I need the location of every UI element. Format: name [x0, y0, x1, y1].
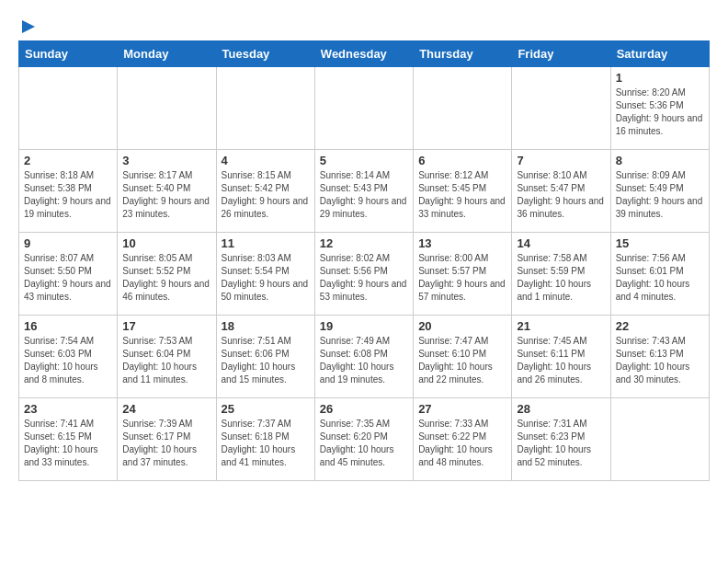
calendar-week-row: 9Sunrise: 8:07 AMSunset: 5:50 PMDaylight… — [19, 233, 710, 316]
calendar-cell: 8Sunrise: 8:09 AMSunset: 5:49 PMDaylight… — [610, 150, 709, 233]
calendar-cell: 21Sunrise: 7:45 AMSunset: 6:11 PMDayligh… — [512, 316, 610, 398]
day-number: 13 — [418, 236, 506, 250]
day-of-week-header: Thursday — [414, 41, 512, 67]
day-info: Sunrise: 8:12 AMSunset: 5:45 PMDaylight:… — [418, 169, 506, 221]
day-info: Sunrise: 7:49 AMSunset: 6:08 PMDaylight:… — [320, 335, 408, 386]
calendar-cell — [414, 67, 512, 150]
logo-text-block — [18, 18, 37, 31]
day-number: 9 — [24, 236, 112, 250]
day-info: Sunrise: 8:00 AMSunset: 5:57 PMDaylight:… — [418, 252, 506, 304]
calendar-cell — [216, 67, 314, 150]
calendar-cell: 9Sunrise: 8:07 AMSunset: 5:50 PMDaylight… — [19, 233, 118, 316]
day-number: 22 — [616, 319, 704, 333]
day-number: 18 — [222, 319, 310, 333]
day-number: 2 — [24, 154, 112, 167]
day-info: Sunrise: 7:35 AMSunset: 6:20 PMDaylight:… — [320, 418, 408, 469]
day-number: 10 — [122, 236, 210, 250]
day-info: Sunrise: 7:56 AMSunset: 6:01 PMDaylight:… — [616, 252, 704, 304]
calendar-cell: 13Sunrise: 8:00 AMSunset: 5:57 PMDayligh… — [414, 233, 512, 316]
day-info: Sunrise: 8:20 AMSunset: 5:36 PMDaylight:… — [616, 86, 704, 138]
day-info: Sunrise: 7:51 AMSunset: 6:06 PMDaylight:… — [222, 335, 310, 386]
calendar-cell: 19Sunrise: 7:49 AMSunset: 6:08 PMDayligh… — [314, 316, 413, 398]
day-info: Sunrise: 8:10 AMSunset: 5:47 PMDaylight:… — [517, 169, 605, 221]
calendar-cell: 18Sunrise: 7:51 AMSunset: 6:06 PMDayligh… — [216, 316, 314, 398]
calendar-week-row: 16Sunrise: 7:54 AMSunset: 6:03 PMDayligh… — [19, 316, 710, 398]
calendar-cell: 15Sunrise: 7:56 AMSunset: 6:01 PMDayligh… — [610, 233, 709, 316]
day-info: Sunrise: 7:39 AMSunset: 6:17 PMDaylight:… — [122, 418, 210, 469]
calendar-cell: 6Sunrise: 8:12 AMSunset: 5:45 PMDaylight… — [414, 150, 512, 233]
day-info: Sunrise: 8:15 AMSunset: 5:42 PMDaylight:… — [222, 169, 310, 221]
calendar-cell: 26Sunrise: 7:35 AMSunset: 6:20 PMDayligh… — [314, 398, 413, 481]
calendar-cell: 2Sunrise: 8:18 AMSunset: 5:38 PMDaylight… — [19, 150, 118, 233]
day-number: 6 — [418, 154, 506, 167]
calendar-week-row: 1Sunrise: 8:20 AMSunset: 5:36 PMDaylight… — [19, 67, 710, 150]
day-number: 24 — [122, 402, 210, 416]
day-number: 11 — [222, 236, 310, 250]
day-number: 21 — [517, 319, 605, 333]
day-number: 17 — [122, 319, 210, 333]
day-number: 20 — [418, 319, 506, 333]
calendar-cell: 4Sunrise: 8:15 AMSunset: 5:42 PMDaylight… — [216, 150, 314, 233]
day-number: 3 — [122, 154, 210, 167]
day-info: Sunrise: 7:37 AMSunset: 6:18 PMDaylight:… — [222, 418, 310, 469]
calendar-cell — [118, 67, 216, 150]
day-of-week-header: Friday — [512, 41, 610, 67]
calendar-table: SundayMondayTuesdayWednesdayThursdayFrid… — [18, 40, 710, 481]
calendar-cell — [610, 398, 709, 481]
day-info: Sunrise: 7:53 AMSunset: 6:04 PMDaylight:… — [122, 335, 210, 386]
day-info: Sunrise: 8:05 AMSunset: 5:52 PMDaylight:… — [122, 252, 210, 304]
day-number: 5 — [320, 154, 408, 167]
day-info: Sunrise: 8:07 AMSunset: 5:50 PMDaylight:… — [24, 252, 112, 304]
day-number: 27 — [418, 402, 506, 416]
calendar-cell: 11Sunrise: 8:03 AMSunset: 5:54 PMDayligh… — [216, 233, 314, 316]
day-info: Sunrise: 7:54 AMSunset: 6:03 PMDaylight:… — [24, 335, 112, 386]
calendar-cell: 14Sunrise: 7:58 AMSunset: 5:59 PMDayligh… — [512, 233, 610, 316]
logo — [18, 18, 37, 31]
day-number: 14 — [517, 236, 605, 250]
day-of-week-header: Saturday — [610, 41, 709, 67]
day-number: 28 — [517, 402, 605, 416]
day-number: 1 — [616, 71, 704, 85]
day-number: 12 — [320, 236, 408, 250]
day-info: Sunrise: 7:41 AMSunset: 6:15 PMDaylight:… — [24, 418, 112, 469]
day-info: Sunrise: 7:47 AMSunset: 6:10 PMDaylight:… — [418, 335, 506, 386]
calendar-cell: 12Sunrise: 8:02 AMSunset: 5:56 PMDayligh… — [314, 233, 413, 316]
calendar-cell: 17Sunrise: 7:53 AMSunset: 6:04 PMDayligh… — [118, 316, 216, 398]
page-header — [18, 18, 710, 31]
calendar-cell: 25Sunrise: 7:37 AMSunset: 6:18 PMDayligh… — [216, 398, 314, 481]
day-info: Sunrise: 8:02 AMSunset: 5:56 PMDaylight:… — [320, 252, 408, 304]
day-number: 8 — [616, 154, 704, 167]
day-number: 7 — [517, 154, 605, 167]
calendar-cell: 5Sunrise: 8:14 AMSunset: 5:43 PMDaylight… — [314, 150, 413, 233]
day-number: 15 — [616, 236, 704, 250]
calendar-cell — [19, 67, 118, 150]
day-of-week-header: Wednesday — [314, 41, 413, 67]
calendar-cell: 23Sunrise: 7:41 AMSunset: 6:15 PMDayligh… — [19, 398, 118, 481]
day-number: 25 — [222, 402, 310, 416]
day-info: Sunrise: 8:18 AMSunset: 5:38 PMDaylight:… — [24, 169, 112, 221]
calendar-cell: 22Sunrise: 7:43 AMSunset: 6:13 PMDayligh… — [610, 316, 709, 398]
day-number: 23 — [24, 402, 112, 416]
day-number: 19 — [320, 319, 408, 333]
calendar-week-row: 2Sunrise: 8:18 AMSunset: 5:38 PMDaylight… — [19, 150, 710, 233]
calendar-cell: 27Sunrise: 7:33 AMSunset: 6:22 PMDayligh… — [414, 398, 512, 481]
calendar-cell: 7Sunrise: 8:10 AMSunset: 5:47 PMDaylight… — [512, 150, 610, 233]
day-info: Sunrise: 7:45 AMSunset: 6:11 PMDaylight:… — [517, 335, 605, 386]
day-of-week-header: Sunday — [19, 41, 118, 67]
day-info: Sunrise: 7:43 AMSunset: 6:13 PMDaylight:… — [616, 335, 704, 386]
svg-marker-0 — [22, 20, 35, 33]
day-info: Sunrise: 8:14 AMSunset: 5:43 PMDaylight:… — [320, 169, 408, 221]
calendar-cell — [512, 67, 610, 150]
calendar-cell — [314, 67, 413, 150]
day-number: 16 — [24, 319, 112, 333]
day-info: Sunrise: 8:09 AMSunset: 5:49 PMDaylight:… — [616, 169, 704, 221]
calendar-week-row: 23Sunrise: 7:41 AMSunset: 6:15 PMDayligh… — [19, 398, 710, 481]
calendar-header-row: SundayMondayTuesdayWednesdayThursdayFrid… — [19, 41, 710, 67]
day-of-week-header: Tuesday — [216, 41, 314, 67]
calendar-cell: 16Sunrise: 7:54 AMSunset: 6:03 PMDayligh… — [19, 316, 118, 398]
day-info: Sunrise: 8:17 AMSunset: 5:40 PMDaylight:… — [122, 169, 210, 221]
logo-arrow-icon — [20, 18, 37, 35]
day-info: Sunrise: 8:03 AMSunset: 5:54 PMDaylight:… — [222, 252, 310, 304]
day-info: Sunrise: 7:58 AMSunset: 5:59 PMDaylight:… — [517, 252, 605, 304]
calendar-cell: 3Sunrise: 8:17 AMSunset: 5:40 PMDaylight… — [118, 150, 216, 233]
